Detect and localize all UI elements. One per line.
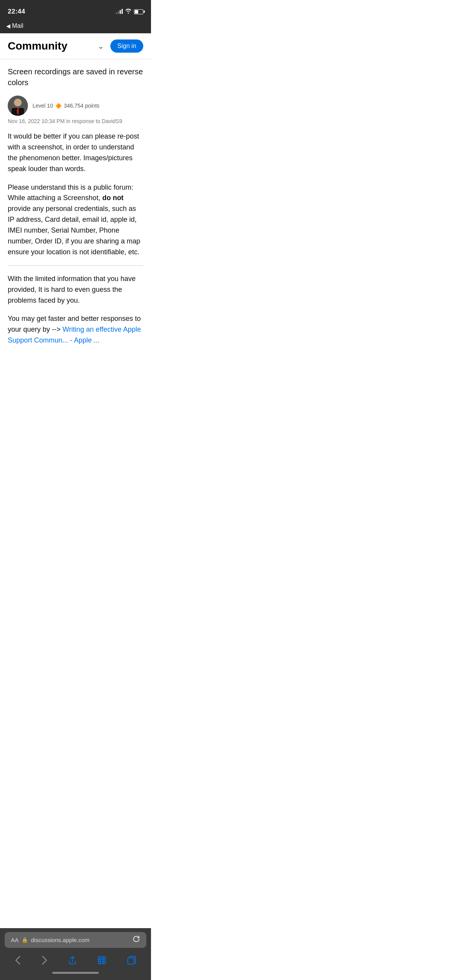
user-meta: Level 10 🔶 346,754 points — [8, 96, 143, 116]
header-right: ⌄ Sign in — [98, 39, 143, 53]
user-level-row: Level 10 🔶 346,754 points — [33, 103, 100, 109]
sign-in-button[interactable]: Sign in — [110, 39, 143, 53]
status-bar: 22:44 — [0, 0, 151, 21]
paragraph2-bold: do not — [102, 194, 124, 202]
user-info: Level 10 🔶 346,754 points — [33, 103, 100, 109]
post-title: Screen recordings are saved in reverse c… — [8, 66, 143, 88]
divider — [8, 266, 143, 266]
post-paragraph-3: With the limited information that you ha… — [8, 274, 143, 306]
mail-back-bar[interactable]: ◀ Mail — [0, 21, 151, 33]
post-paragraph-1: It would be better if you can please re-… — [8, 131, 143, 175]
header: Community ⌄ Sign in — [0, 33, 151, 59]
battery-icon — [134, 9, 143, 14]
paragraph2-end: provide any personal credentials, such a… — [8, 205, 140, 256]
page-title: Community — [8, 40, 67, 52]
back-arrow-icon: ◀ — [6, 23, 10, 29]
post-area: Screen recordings are saved in reverse c… — [0, 59, 151, 346]
avatar-image — [8, 96, 28, 116]
status-time: 22:44 — [8, 8, 25, 15]
status-icons — [116, 9, 143, 15]
post-paragraph-4: You may get faster and better responses … — [8, 314, 143, 346]
level-label: Level 10 — [33, 103, 53, 109]
avatar — [8, 96, 28, 116]
signal-icon — [116, 9, 123, 14]
level-badge-icon: 🔶 — [55, 103, 62, 109]
chevron-down-icon[interactable]: ⌄ — [98, 41, 104, 51]
back-label: Mail — [12, 22, 23, 29]
wifi-icon — [125, 9, 132, 15]
svg-point-1 — [14, 99, 22, 106]
user-points: 346,754 points — [64, 103, 100, 109]
svg-rect-5 — [17, 108, 19, 111]
post-paragraph-2: Please understand this is a public forum… — [8, 182, 143, 258]
post-meta: Nov 16, 2022 10:34 PM in response to Dav… — [8, 118, 143, 124]
